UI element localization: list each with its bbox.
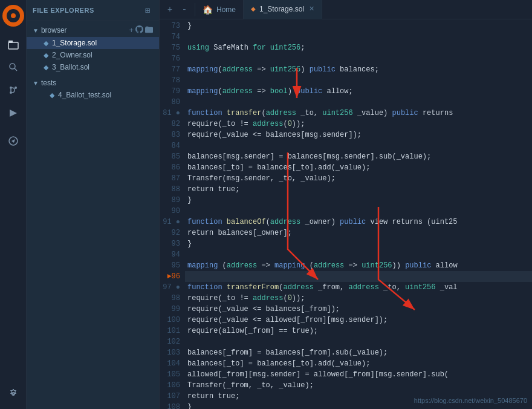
github-icon[interactable] [135, 25, 143, 35]
file-explorer-icon [8, 39, 19, 50]
sidebar-deploy-btn[interactable] [3, 131, 24, 151]
code-line-77: mapping(address => uint256) public balan… [185, 64, 532, 75]
file-item-storage[interactable]: ◆ 1_Storage.sol [27, 37, 159, 49]
ln-74: 74 [160, 31, 180, 42]
ln-77: 77 [160, 64, 180, 75]
tab-home-label: Home [216, 5, 236, 14]
file-item-ballot-test[interactable]: ◆ 4_Ballot_test.sol [27, 89, 159, 101]
file-item-label: 1_Storage.sol [52, 39, 97, 47]
code-line-99: require(_value <= balances[_from]); [185, 304, 532, 315]
code-line-87: Transfer(msg.sender, _to, _value); [185, 173, 532, 184]
ln-75: 75 [160, 42, 180, 53]
new-file-icon[interactable]: + [129, 25, 134, 35]
ln-102: 102 [160, 336, 180, 347]
code-line-104: balances[_to] = balances[_to].add(_value… [185, 358, 532, 369]
svg-point-6 [15, 87, 17, 89]
ln-105: 105 [160, 369, 180, 380]
sol-file-icon-3: ◆ [44, 64, 48, 71]
ln-107: 107 [160, 391, 180, 402]
ln-103: 103 [160, 347, 180, 358]
sidebar-file-explorer-btn[interactable] [3, 34, 24, 54]
tab-home[interactable]: 🏠 Home [195, 0, 244, 19]
code-line-95: mapping (address => mapping (address => … [185, 260, 532, 271]
ln-82: 82 [160, 119, 180, 129]
code-line-85: balances[msg.sender] = balances[msg.send… [185, 151, 532, 162]
file-item-label-4: 4_Ballot_test.sol [58, 91, 111, 99]
code-line-75: using SafeMath for uint256; [185, 42, 532, 53]
code-line-106: Transfer(_from, _to, _value); [185, 380, 532, 391]
tab-sol-icon: ◆ [251, 5, 256, 12]
code-line-89: } [185, 195, 532, 206]
svg-point-7 [10, 91, 12, 94]
tab-bar: + - 🏠 Home ◆ 1_Storage.sol ✕ [160, 0, 532, 19]
sidebar-icons-panel [0, 0, 27, 409]
browser-actions: + [129, 25, 153, 35]
sidebar-search-btn[interactable] [3, 57, 24, 77]
code-content[interactable]: } using SafeMath for uint256; mapping(ad… [185, 19, 532, 409]
ln-99: 99 [160, 304, 180, 315]
zoom-in-icon[interactable]: + [163, 3, 177, 16]
logo-dot [11, 13, 16, 18]
code-line-84 [185, 140, 532, 151]
code-line-74 [185, 31, 532, 42]
sidebar-git-btn[interactable] [3, 80, 24, 100]
git-icon [8, 85, 18, 95]
file-explorer-title: FILE EXPLORERS [33, 7, 94, 14]
folder-icon[interactable] [145, 25, 153, 35]
file-explorer-panel: FILE EXPLORERS ⊞ ▼ browser + ◆ 1_Storage… [27, 0, 160, 409]
tab-storage[interactable]: ◆ 1_Storage.sol ✕ [244, 0, 322, 19]
browser-header[interactable]: ▼ browser + [27, 24, 159, 37]
ln-73: 73 [160, 21, 180, 31]
ln-104: 104 [160, 358, 180, 369]
sidebar-compile-btn[interactable] [3, 103, 24, 123]
code-line-93: } [185, 238, 532, 249]
ln-95: 95 [160, 260, 180, 271]
tests-arrow-icon: ▼ [33, 80, 39, 87]
code-line-98: require(_to != address(0)); [185, 293, 532, 304]
ln-89: 89 [160, 195, 180, 206]
sol-file-icon-2: ◆ [44, 51, 48, 59]
file-item-ballot[interactable]: ◆ 3_Ballot.sol [27, 61, 159, 73]
ln-101: 101 [160, 326, 180, 336]
code-line-86: balances[_to] = balances[_to].add(_value… [185, 162, 532, 173]
tests-header[interactable]: ▼ tests [27, 77, 159, 89]
code-line-101: require(allow[_from] == true); [185, 326, 532, 336]
zoom-out-icon[interactable]: - [178, 3, 191, 16]
code-line-94 [185, 249, 532, 260]
ln-92: 92 [160, 227, 180, 238]
code-line-97: function transferFrom(address _from, add… [185, 282, 532, 293]
ln-86: 86 [160, 162, 180, 173]
tab-bar-zoom-icons: + - [160, 3, 195, 16]
code-line-76 [185, 53, 532, 64]
tab-close-btn[interactable]: ✕ [309, 5, 314, 13]
code-line-103: balances[_from] = balances[_from].sub(_v… [185, 347, 532, 358]
browser-arrow-icon: ▼ [33, 27, 39, 34]
ln-78: 78 [160, 75, 180, 86]
deploy-icon [8, 136, 18, 146]
tab-storage-label: 1_Storage.sol [259, 5, 304, 13]
svg-point-3 [10, 64, 15, 69]
code-line-90 [185, 206, 532, 217]
file-explorer-actions: ⊞ [142, 5, 153, 16]
svg-rect-1 [8, 42, 18, 49]
home-icon: 🏠 [203, 5, 213, 15]
sidebar-settings-btn[interactable] [3, 384, 24, 404]
code-editor: 73 74 75 76 77 78 79 80 81 ● 82 83 84 85… [160, 19, 532, 409]
line-numbers: 73 74 75 76 77 78 79 80 81 ● 82 83 84 85… [160, 19, 185, 409]
ln-76: 76 [160, 53, 180, 64]
ln-100: 100 [160, 315, 180, 326]
ln-108: 108 [160, 402, 180, 409]
code-line-92: return balances[_owner]; [185, 227, 532, 238]
code-line-96 [185, 271, 532, 282]
code-line-100: require(_value <= allowed[_from][msg.sen… [185, 315, 532, 326]
code-line-79: mapping(address => bool) public allow; [185, 86, 532, 97]
file-explorer-copy-icon[interactable]: ⊞ [142, 5, 153, 16]
ln-93: 93 [160, 238, 180, 249]
sol-file-icon-4: ◆ [50, 91, 54, 99]
ln-87: 87 [160, 173, 180, 184]
ln-79: 79 [160, 86, 180, 97]
file-item-owner[interactable]: ◆ 2_Owner.sol [27, 49, 159, 61]
ln-84: 84 [160, 140, 180, 151]
ln-88: 88 [160, 184, 180, 195]
ln-80: 80 [160, 97, 180, 108]
